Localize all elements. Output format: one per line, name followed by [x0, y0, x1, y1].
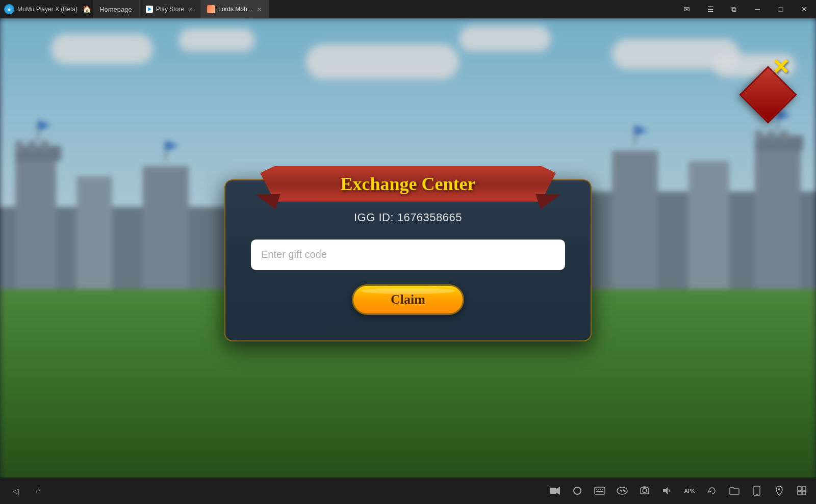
game-area: ✕ Exchange Center IGG ID: 1676358665 Cla… [0, 18, 816, 486]
rotate-button[interactable] [703, 482, 721, 500]
exchange-dialog: Exchange Center IGG ID: 1676358665 Claim [224, 179, 592, 341]
tab-lords-mobile[interactable]: Lords Mob... ✕ [201, 0, 269, 18]
banner-left-fold [255, 194, 280, 209]
title-bar: ● MuMu Player X (Beta) 🏠 Homepage Play S… [0, 0, 816, 18]
tab-play-store[interactable]: Play Store ✕ [140, 0, 201, 18]
volume-button[interactable] [658, 482, 676, 500]
window-controls: ✉ ☰ ⧉ ─ □ ✕ [675, 0, 816, 18]
home-icon: 🏠 [83, 5, 91, 13]
svg-rect-28 [595, 487, 605, 494]
layout-button[interactable] [793, 482, 811, 500]
mail-icon[interactable]: ✉ [675, 0, 699, 18]
svg-rect-25 [550, 488, 556, 494]
svg-point-38 [624, 491, 625, 492]
tab-play-store-close[interactable]: ✕ [187, 6, 194, 13]
circle-button[interactable] [568, 482, 586, 500]
home-button[interactable]: ⌂ [30, 483, 46, 499]
play-store-icon [146, 6, 153, 13]
tab-lords-mobile-label: Lords Mob... [218, 6, 252, 13]
restore-icon[interactable]: ⧉ [722, 0, 746, 18]
banner-right-fold [536, 194, 561, 209]
apk-button[interactable]: APK [680, 482, 699, 500]
bottom-toolbar: ◁ ⌂ APK [0, 478, 816, 504]
claim-button[interactable]: Claim [352, 284, 464, 314]
minimize-button[interactable]: ─ [746, 0, 769, 18]
close-button[interactable]: ✕ [793, 0, 816, 18]
keyboard-button[interactable] [591, 482, 609, 500]
video-record-button[interactable] [546, 482, 564, 500]
svg-marker-26 [556, 487, 560, 495]
tab-homepage[interactable]: Homepage [93, 0, 140, 18]
location-button[interactable] [770, 482, 788, 500]
gift-code-input[interactable] [251, 239, 565, 270]
close-diamond-button[interactable]: ✕ [757, 44, 804, 91]
svg-rect-46 [798, 487, 801, 490]
lords-mobile-icon [207, 5, 215, 13]
app-title: MuMu Player X (Beta) [17, 6, 78, 13]
toolbar-left: ◁ ⌂ [0, 483, 54, 499]
svg-marker-42 [663, 487, 668, 494]
svg-rect-49 [802, 491, 806, 495]
menu-icon[interactable]: ☰ [699, 0, 722, 18]
svg-rect-47 [802, 487, 806, 490]
maximize-button[interactable]: □ [769, 0, 793, 18]
igg-id: IGG ID: 1676358665 [251, 210, 565, 224]
tab-lords-mobile-close[interactable]: ✕ [256, 6, 263, 13]
folder-button[interactable] [725, 482, 744, 500]
gamepad-button[interactable] [613, 482, 631, 500]
homepage-label: Homepage [99, 6, 132, 13]
dialog-banner: Exchange Center [260, 161, 556, 206]
svg-point-37 [623, 490, 624, 491]
phone-button[interactable] [748, 482, 766, 500]
svg-rect-48 [798, 491, 801, 495]
back-button[interactable]: ◁ [8, 483, 24, 499]
toolbar-right: APK [541, 482, 816, 500]
screenshot-button[interactable] [635, 482, 654, 500]
tabs-container: Homepage Play Store ✕ Lords Mob... ✕ [93, 0, 675, 18]
svg-point-45 [778, 488, 780, 490]
svg-point-27 [574, 487, 581, 494]
svg-point-40 [643, 489, 647, 493]
tab-play-store-label: Play Store [156, 6, 184, 13]
svg-marker-0 [148, 7, 151, 11]
app-icon: ● [4, 4, 14, 14]
dialog-title: Exchange Center [341, 173, 476, 194]
